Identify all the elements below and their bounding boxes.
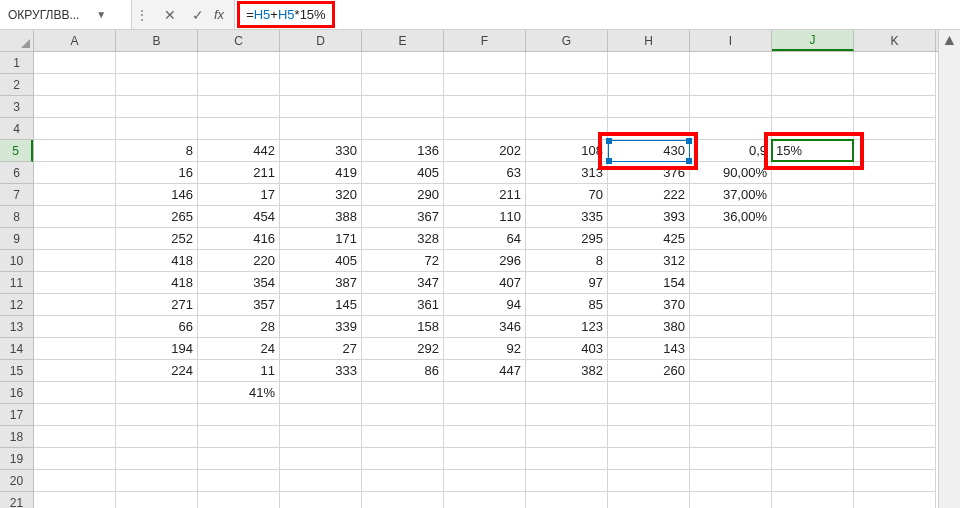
cell-H16[interactable] [608, 382, 690, 404]
cell-D18[interactable] [280, 426, 362, 448]
cell-H8[interactable]: 393 [608, 206, 690, 228]
cell-A14[interactable] [34, 338, 116, 360]
cell-D14[interactable]: 27 [280, 338, 362, 360]
cell-H1[interactable] [608, 52, 690, 74]
row-header-19[interactable]: 19 [0, 448, 33, 470]
cell-K16[interactable] [854, 382, 936, 404]
cell-K2[interactable] [854, 74, 936, 96]
cell-C15[interactable]: 11 [198, 360, 280, 382]
cell-K7[interactable] [854, 184, 936, 206]
cell-D6[interactable]: 419 [280, 162, 362, 184]
row-header-5[interactable]: 5 [0, 140, 33, 162]
cell-G14[interactable]: 403 [526, 338, 608, 360]
cell-I5[interactable]: 0,9 [690, 140, 772, 162]
cell-D17[interactable] [280, 404, 362, 426]
column-header-j[interactable]: J [772, 30, 854, 51]
cell-D3[interactable] [280, 96, 362, 118]
cell-E7[interactable]: 290 [362, 184, 444, 206]
cell-I7[interactable]: 37,00% [690, 184, 772, 206]
cell-J2[interactable] [772, 74, 854, 96]
row-header-13[interactable]: 13 [0, 316, 33, 338]
cell-B14[interactable]: 194 [116, 338, 198, 360]
cell-K15[interactable] [854, 360, 936, 382]
cell-F18[interactable] [444, 426, 526, 448]
cell-I18[interactable] [690, 426, 772, 448]
cell-G19[interactable] [526, 448, 608, 470]
row-header-6[interactable]: 6 [0, 162, 33, 184]
cell-K4[interactable] [854, 118, 936, 140]
cell-C9[interactable]: 416 [198, 228, 280, 250]
row-header-8[interactable]: 8 [0, 206, 33, 228]
cell-A10[interactable] [34, 250, 116, 272]
cell-B17[interactable] [116, 404, 198, 426]
cell-I6[interactable]: 90,00% [690, 162, 772, 184]
cell-F10[interactable]: 296 [444, 250, 526, 272]
cell-E11[interactable]: 347 [362, 272, 444, 294]
cell-J12[interactable] [772, 294, 854, 316]
row-header-18[interactable]: 18 [0, 426, 33, 448]
cell-J13[interactable] [772, 316, 854, 338]
cell-E12[interactable]: 361 [362, 294, 444, 316]
cell-K21[interactable] [854, 492, 936, 508]
cell-H21[interactable] [608, 492, 690, 508]
cell-G15[interactable]: 382 [526, 360, 608, 382]
cell-D13[interactable]: 339 [280, 316, 362, 338]
cell-A13[interactable] [34, 316, 116, 338]
cell-E15[interactable]: 86 [362, 360, 444, 382]
cell-G13[interactable]: 123 [526, 316, 608, 338]
cell-A11[interactable] [34, 272, 116, 294]
cell-C6[interactable]: 211 [198, 162, 280, 184]
row-header-15[interactable]: 15 [0, 360, 33, 382]
cell-D10[interactable]: 405 [280, 250, 362, 272]
cell-E17[interactable] [362, 404, 444, 426]
cell-F8[interactable]: 110 [444, 206, 526, 228]
row-header-7[interactable]: 7 [0, 184, 33, 206]
row-header-12[interactable]: 12 [0, 294, 33, 316]
cell-D11[interactable]: 387 [280, 272, 362, 294]
cell-C20[interactable] [198, 470, 280, 492]
cell-J20[interactable] [772, 470, 854, 492]
cell-B12[interactable]: 271 [116, 294, 198, 316]
row-header-2[interactable]: 2 [0, 74, 33, 96]
cell-E2[interactable] [362, 74, 444, 96]
cell-E19[interactable] [362, 448, 444, 470]
cell-D16[interactable] [280, 382, 362, 404]
cell-E3[interactable] [362, 96, 444, 118]
cell-B11[interactable]: 418 [116, 272, 198, 294]
column-header-k[interactable]: K [854, 30, 936, 51]
cell-D9[interactable]: 171 [280, 228, 362, 250]
cell-F12[interactable]: 94 [444, 294, 526, 316]
column-header-g[interactable]: G [526, 30, 608, 51]
cell-G18[interactable] [526, 426, 608, 448]
cell-B8[interactable]: 265 [116, 206, 198, 228]
cell-I12[interactable] [690, 294, 772, 316]
cell-E1[interactable] [362, 52, 444, 74]
select-all-triangle[interactable] [0, 30, 34, 52]
cell-D8[interactable]: 388 [280, 206, 362, 228]
cell-H20[interactable] [608, 470, 690, 492]
cell-D4[interactable] [280, 118, 362, 140]
row-header-4[interactable]: 4 [0, 118, 33, 140]
row-header-9[interactable]: 9 [0, 228, 33, 250]
cell-K8[interactable] [854, 206, 936, 228]
cell-K1[interactable] [854, 52, 936, 74]
cell-H4[interactable] [608, 118, 690, 140]
cell-C16[interactable]: 41% [198, 382, 280, 404]
cell-D20[interactable] [280, 470, 362, 492]
cell-H2[interactable] [608, 74, 690, 96]
cell-C3[interactable] [198, 96, 280, 118]
cell-E16[interactable] [362, 382, 444, 404]
row-header-20[interactable]: 20 [0, 470, 33, 492]
cell-H10[interactable]: 312 [608, 250, 690, 272]
cell-H7[interactable]: 222 [608, 184, 690, 206]
cell-H5[interactable]: 430 [608, 140, 690, 162]
cell-H9[interactable]: 425 [608, 228, 690, 250]
cell-J18[interactable] [772, 426, 854, 448]
cell-B18[interactable] [116, 426, 198, 448]
row-header-11[interactable]: 11 [0, 272, 33, 294]
cell-K5[interactable] [854, 140, 936, 162]
cell-C1[interactable] [198, 52, 280, 74]
column-header-f[interactable]: F [444, 30, 526, 51]
cell-F6[interactable]: 63 [444, 162, 526, 184]
cell-K18[interactable] [854, 426, 936, 448]
